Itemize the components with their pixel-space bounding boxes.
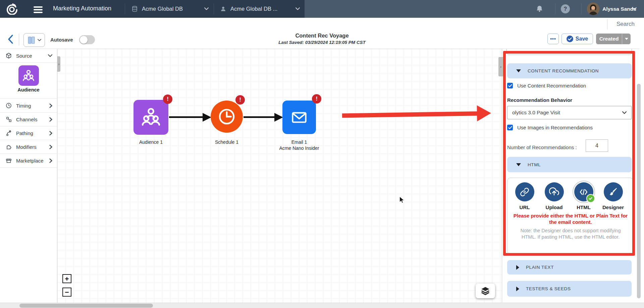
top-navbar: Marketing Automation Acme Global DB Acme… xyxy=(0,0,644,18)
section-title: CONTENT RECOMMENDATION xyxy=(528,68,599,73)
sidebar-item-label: Marketplace xyxy=(16,158,44,164)
designer-note: Note: the Designer does not support modi… xyxy=(514,228,627,240)
connector-arrowhead xyxy=(203,113,211,122)
cube-icon xyxy=(6,53,12,59)
recommendations-count-label: Number of Recommendations : xyxy=(507,144,577,150)
help-icon[interactable]: ? xyxy=(561,0,570,18)
node-audience-1[interactable] xyxy=(133,100,168,135)
chevron-down-icon xyxy=(48,54,52,57)
sidebar-item-source[interactable]: Source xyxy=(0,49,57,63)
email-settings-panel: CONTENT RECOMMENDATION Use Content Recom… xyxy=(502,49,640,303)
sidebar-item-label: Modifiers xyxy=(16,144,37,150)
sidebar-item-label: Pathing xyxy=(16,130,33,136)
cloud-upload-icon xyxy=(549,187,559,197)
option-label: URL xyxy=(510,204,539,210)
database-selector-label: Acme Global DB xyxy=(142,6,183,12)
sidebar-item-label: Source xyxy=(16,53,32,59)
vertical-scrollbar-thumb[interactable] xyxy=(637,84,641,298)
use-content-recommendation-row[interactable]: Use Content Recommendation xyxy=(507,83,586,88)
envelope-icon xyxy=(288,106,310,128)
option-url[interactable]: URL xyxy=(510,182,539,210)
sidebar-item-marketplace[interactable]: Marketplace xyxy=(0,154,57,168)
triangle-right-icon xyxy=(516,287,519,291)
section-header-content-recommendation[interactable]: CONTENT RECOMMENDATION xyxy=(507,63,632,78)
nav-divider xyxy=(214,3,214,14)
layers-icon xyxy=(480,286,490,296)
user-name[interactable]: Alyssa Sands xyxy=(602,0,636,18)
checkbox-label: Use Content Recommendation xyxy=(517,83,586,88)
sidebar-item-channels[interactable]: Channels xyxy=(0,113,57,126)
more-options-button[interactable]: ••• xyxy=(547,34,559,44)
notifications-bell-icon[interactable] xyxy=(535,0,544,18)
voyage-canvas[interactable] xyxy=(57,49,502,303)
section-header-plain-text[interactable]: PLAIN TEXT xyxy=(507,260,632,274)
section-title: HTML xyxy=(528,162,541,167)
option-designer[interactable]: Designer xyxy=(598,182,628,210)
error-badge[interactable]: ! xyxy=(163,95,172,104)
use-images-row[interactable]: Use Images in Recommendations xyxy=(507,125,593,130)
node-label: Schedule 1 xyxy=(207,139,247,145)
validation-warning: Please provide either the HTML or Plain … xyxy=(512,212,630,225)
paintbrush-icon xyxy=(608,187,618,197)
account-selector-dropdown[interactable]: Acme Global DB ... xyxy=(220,0,300,18)
vertical-scrollbar[interactable] xyxy=(637,49,641,303)
audience-tile-label: Audience xyxy=(0,87,57,93)
option-upload[interactable]: Upload xyxy=(539,182,569,210)
error-badge[interactable]: ! xyxy=(235,95,245,105)
selected-check-icon xyxy=(586,194,595,203)
checkbox-label: Use Images in Recommendations xyxy=(517,125,593,130)
error-badge[interactable]: ! xyxy=(312,94,321,104)
recommendation-behavior-select[interactable]: olytics 3.0 Page Visit xyxy=(507,106,632,119)
status-badge[interactable]: Created xyxy=(596,34,622,44)
caret-down-icon xyxy=(625,38,628,40)
section-header-testers-seeds[interactable]: TESTERS & SEEDS xyxy=(507,281,632,297)
chevron-down-icon xyxy=(622,111,627,114)
section-title: PLAIN TEXT xyxy=(526,265,554,270)
checkbox-checked[interactable] xyxy=(507,83,513,88)
recommendation-behavior-label: Recommendation Behavior xyxy=(507,97,572,103)
hamburger-menu-icon[interactable] xyxy=(34,5,43,14)
search-input[interactable]: Search xyxy=(616,21,635,27)
clock-icon xyxy=(6,103,12,109)
chevron-right-icon xyxy=(49,104,52,108)
help-glyph: ? xyxy=(564,6,567,12)
node-schedule-1[interactable] xyxy=(211,101,243,133)
pathing-branch-icon xyxy=(6,130,12,136)
panel-collapse-handle[interactable]: › xyxy=(498,57,503,76)
nav-divider xyxy=(555,3,555,14)
audience-source-tile[interactable] xyxy=(18,65,39,86)
triangle-down-icon xyxy=(516,69,521,72)
section-title: TESTERS & SEEDS xyxy=(526,286,571,291)
sidebar-item-pathing[interactable]: Pathing xyxy=(0,126,57,140)
save-button[interactable]: Save xyxy=(561,34,593,44)
zoom-in-button[interactable]: + xyxy=(62,274,71,283)
user-menu-chevron-icon[interactable] xyxy=(632,0,637,18)
layers-button[interactable] xyxy=(476,284,495,298)
nav-divider xyxy=(581,3,582,14)
chevron-down-icon xyxy=(204,7,209,10)
status-dropdown-caret[interactable] xyxy=(622,34,631,44)
user-avatar[interactable] xyxy=(587,0,599,18)
node-email-1[interactable] xyxy=(282,101,316,134)
section-header-html[interactable]: HTML xyxy=(507,157,632,172)
sidebar-item-label: Timing xyxy=(16,103,31,109)
option-html[interactable]: HTML xyxy=(569,182,598,210)
triangle-down-icon xyxy=(516,163,521,166)
code-icon xyxy=(579,187,588,197)
connector-line xyxy=(244,116,275,118)
check-icon xyxy=(508,84,512,87)
checkbox-checked[interactable] xyxy=(507,125,513,130)
horizontal-scrollbar[interactable] xyxy=(0,303,644,308)
recommendations-count-input[interactable] xyxy=(586,139,608,152)
database-selector-dropdown[interactable]: Acme Global DB xyxy=(131,0,209,18)
nav-divider xyxy=(125,3,125,14)
sidebar-item-modifiers[interactable]: Modifiers xyxy=(0,140,57,154)
connector-line xyxy=(169,116,203,118)
sidebar-item-timing[interactable]: Timing xyxy=(0,99,57,113)
option-label: Designer xyxy=(598,204,628,210)
zoom-out-button[interactable]: − xyxy=(62,288,71,297)
horizontal-scrollbar-thumb[interactable] xyxy=(19,304,153,308)
sidebar-collapse-handle[interactable]: › xyxy=(57,56,60,72)
app-logo-icon[interactable] xyxy=(6,3,18,16)
node-label: Audience 1 xyxy=(131,139,171,145)
